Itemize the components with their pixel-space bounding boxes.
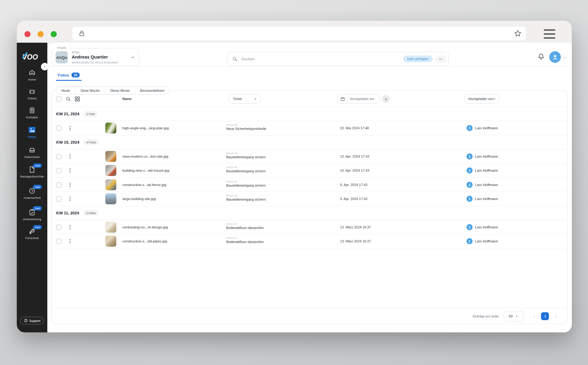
photo-row[interactable]: construction-s...old-pipes.jpg #AnQu-97 … <box>52 234 568 249</box>
user-menu-chevron-icon[interactable] <box>563 56 566 60</box>
sidebar-item-home[interactable]: Home <box>17 69 47 81</box>
ticket-cell[interactable]: #AnQu-98 Baustelleneingang sichern <box>226 180 266 187</box>
sidebar-item-dokumente[interactable]: Dokumente <box>17 146 47 159</box>
photo-thumbnail[interactable] <box>105 123 116 134</box>
row-checkbox[interactable] <box>56 239 61 244</box>
sidebar-item-fotos[interactable]: Fotos <box>17 126 47 138</box>
sidebar-item-bautagesberichte[interactable]: bald Bautagesberichte <box>17 166 47 178</box>
previous-page-chevron[interactable]: ‹ <box>532 314 537 319</box>
address-bar[interactable] <box>72 27 526 40</box>
sidebar-item-fortschritt[interactable]: bald Fortschritt <box>17 227 47 240</box>
uploaded-by-filter-label: Hochgeladen von <box>468 97 493 101</box>
sidebar-item-label: Anwesenheit <box>24 196 41 199</box>
support-label: Support <box>29 319 41 323</box>
group-count-badge: 4 Fotos <box>84 139 99 145</box>
row-checkbox[interactable] <box>56 168 61 173</box>
zoom-window-button[interactable] <box>51 31 57 37</box>
photo-row[interactable]: view-modern-co...tion-site.jpg #AnQu-98 … <box>52 149 568 164</box>
uploader-name: Lars Hoffmann <box>475 197 498 201</box>
photo-row[interactable]: high-angle-eng...sing-plan.jpg #AnQu-96 … <box>52 121 568 135</box>
filter-heute[interactable]: Heute <box>56 87 75 94</box>
notifications-bell-icon[interactable] <box>538 53 545 60</box>
group-count-badge: 2 Fotos <box>83 210 99 216</box>
photo-thumbnail[interactable] <box>105 236 116 247</box>
photo-row[interactable]: building-new-c...ete-house.jpg #AnQu-98 … <box>52 163 568 178</box>
row-checkbox[interactable] <box>56 154 61 159</box>
uploader-name: Lars Hoffmann <box>475 183 498 187</box>
photo-row[interactable]: large-building-site.jpg #AnQu-98 Baustel… <box>52 192 568 206</box>
filter-diese-woche[interactable]: Diese Woche <box>75 87 105 94</box>
row-checkbox[interactable] <box>56 182 61 188</box>
row-menu-icon[interactable] <box>67 238 72 245</box>
photo-row[interactable]: contrasting-ou...re-design.jpg #AnQu-97 … <box>52 220 568 234</box>
photo-filename: contrasting-ou...re-design.jpg <box>122 225 168 229</box>
sidebar-item-kontakte[interactable]: Kontakte <box>17 107 47 119</box>
photos-table-card: Name Ticket <box>51 90 568 324</box>
next-page-chevron[interactable]: › <box>553 314 558 319</box>
ticket-cell[interactable]: #AnQu-98 Baustelleneingang sichern <box>226 166 266 173</box>
project-selector-label: Projekt <box>56 46 67 49</box>
sidebar-collapse-button[interactable]: ‹ <box>41 63 49 70</box>
ticket-cell[interactable]: #AnQu-97 Bodenabfluss überprüfen <box>226 237 264 244</box>
uploaded-at: 9. Apr. 2024 17:43 <box>340 183 367 187</box>
ticket-icon <box>28 88 36 95</box>
ticket-title: Baustelleneingang sichern <box>226 198 266 201</box>
page-size-select[interactable]: 50 <box>504 311 523 321</box>
uploader-avatar <box>466 167 473 174</box>
sidebar-item-label: Bautagesberichte <box>20 175 44 178</box>
row-menu-icon[interactable] <box>67 167 72 174</box>
home-icon <box>28 69 36 76</box>
uploaded-by-filter-dropdown[interactable]: Hochgeladen von <box>464 94 499 104</box>
sidebar-item-label: Fortschritt <box>25 236 39 240</box>
support-button[interactable]: Support <box>20 317 44 324</box>
ticket-ref: #AnQu-98 <box>226 194 266 197</box>
photo-thumbnail[interactable] <box>105 193 116 204</box>
ticket-title: Bodenabfluss überprüfen <box>226 226 264 230</box>
close-window-button[interactable] <box>24 31 31 37</box>
row-menu-icon[interactable] <box>67 125 72 131</box>
ticket-cell[interactable]: #AnQu-97 Bodenabfluss überprüfen <box>226 223 264 230</box>
select-all-checkbox[interactable] <box>56 96 61 102</box>
uploaded-at-filter[interactable] <box>338 94 379 104</box>
grid-view-icon[interactable] <box>75 96 80 102</box>
progress-icon: bald <box>28 227 36 235</box>
sidebar-item-anwesenheit[interactable]: bald Anwesenheit <box>17 187 47 199</box>
project-selector[interactable]: Projekt AnQu AnQu Andreas Quartier Mühle… <box>52 48 139 66</box>
row-checkbox[interactable] <box>56 126 61 131</box>
ticket-cell[interactable]: #AnQu-96 Neue Sicherheitsprotokolle <box>226 123 266 131</box>
ticket-cell[interactable]: #AnQu-98 Baustelleneingang sichern <box>226 152 266 159</box>
photo-thumbnail[interactable] <box>105 179 116 190</box>
search-soon-badge: bald verfügbar <box>403 55 433 62</box>
search-input[interactable] <box>241 57 403 61</box>
sidebar-item-label: Home <box>28 78 36 81</box>
photo-row[interactable]: construction-s...tal-fence.jpg #AnQu-98 … <box>52 178 568 192</box>
photo-thumbnail[interactable] <box>105 165 116 176</box>
sidebar-item-tickets[interactable]: Tickets <box>17 88 47 100</box>
minimize-window-button[interactable] <box>38 31 44 37</box>
row-menu-icon[interactable] <box>67 153 72 160</box>
bookmark-star-icon[interactable] <box>514 30 522 38</box>
ticket-filter-dropdown[interactable]: Ticket <box>228 94 261 104</box>
uploaded-at-input[interactable] <box>350 97 377 101</box>
row-menu-icon[interactable] <box>67 181 72 188</box>
filter-benutzerdefiniert[interactable]: Benutzerdefiniert <box>135 87 169 94</box>
current-page-button[interactable]: 1 <box>541 312 549 320</box>
photo-thumbnail[interactable] <box>105 151 116 162</box>
ticket-cell[interactable]: #AnQu-98 Baustelleneingang sichern <box>226 194 266 201</box>
uploader-avatar <box>466 125 473 131</box>
row-menu-icon[interactable] <box>67 195 72 202</box>
sort-direction-button[interactable] <box>382 95 390 103</box>
photo-thumbnail[interactable] <box>105 222 116 233</box>
browser-menu-icon[interactable] <box>544 29 555 39</box>
user-avatar[interactable] <box>549 51 561 63</box>
row-checkbox[interactable] <box>56 225 61 230</box>
uploader-avatar <box>466 196 473 202</box>
table-search-icon[interactable] <box>66 96 71 102</box>
global-search[interactable]: bald verfügbar ⌘K <box>227 52 449 66</box>
sidebar-item-unterweisung[interactable]: bald Unterweisung <box>17 209 47 221</box>
tab-fotos[interactable]: Fotos 10 <box>56 73 82 81</box>
row-checkbox[interactable] <box>56 196 61 202</box>
uploader-avatar <box>466 238 473 244</box>
row-menu-icon[interactable] <box>67 224 72 231</box>
filter-dieser-monat[interactable]: Dieser Monat <box>105 87 134 94</box>
